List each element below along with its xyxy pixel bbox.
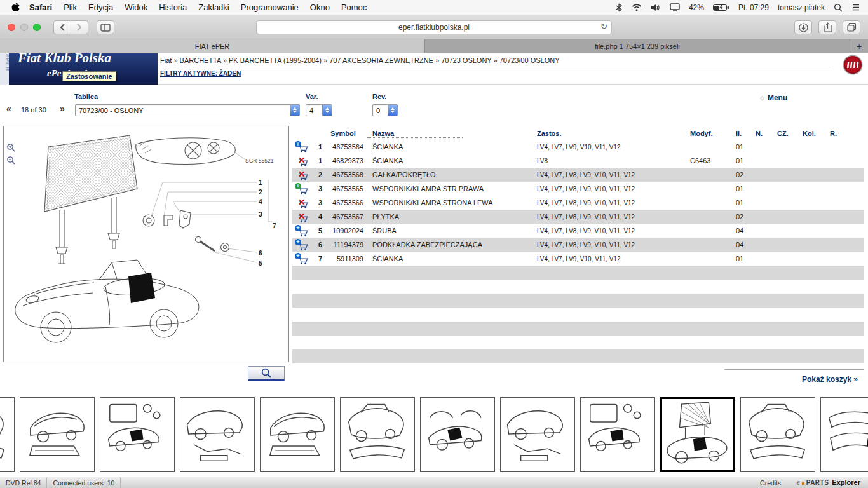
forward-button[interactable]	[71, 20, 88, 34]
part-symbol: 10902024	[329, 227, 367, 234]
breadcrumb[interactable]: Fiat » BARCHETTA » PK BARCHETTA (1995-20…	[160, 57, 831, 67]
display-icon[interactable]	[670, 3, 680, 11]
var-select[interactable]: 4	[306, 104, 332, 116]
page-thumbnail[interactable]	[260, 397, 335, 472]
wifi-icon[interactable]	[632, 3, 642, 11]
part-row[interactable]: ✕446753567PŁYTKALV4, LV7, LV8, LV9, V10,…	[292, 210, 864, 224]
apple-menu-icon[interactable]	[8, 3, 24, 12]
active-filters-link[interactable]: FILTRY AKTYWNE: ŻADEN	[160, 70, 241, 77]
menu-diamond-icon: ◇	[760, 95, 764, 101]
select-arrows-icon	[322, 105, 332, 116]
page-thumbnail[interactable]	[420, 397, 495, 472]
search-button[interactable]	[248, 366, 285, 381]
eparts-explorer-logo: e PARTS Explorer	[796, 478, 860, 487]
drawing-callout-label: 2	[259, 189, 262, 196]
zoom-out-icon[interactable]	[6, 156, 16, 165]
downloads-button[interactable]	[794, 20, 812, 34]
menubar-item-safari[interactable]: Safari	[24, 3, 58, 12]
page-thumbnail[interactable]	[500, 397, 575, 472]
part-drawing-panel[interactable]: SGR 55521 1243765	[3, 126, 289, 362]
spotlight-search-icon[interactable]	[834, 3, 843, 12]
drawing-callout-label: 1	[259, 179, 262, 186]
header-modyf[interactable]: Modyf.	[688, 130, 733, 137]
next-table-button[interactable]: »	[60, 104, 65, 114]
empty-row	[292, 294, 864, 308]
menubar-item-historia[interactable]: Historia	[153, 3, 193, 12]
window-zoom-button[interactable]	[33, 24, 41, 31]
menu-link[interactable]: ◇ Menu	[760, 93, 787, 102]
address-bar[interactable]: eper.fiatklubpolska.pl ↻	[256, 20, 612, 34]
header-nazwa[interactable]: Nazwa	[367, 130, 463, 138]
tab-title: FIAT ePER	[195, 43, 230, 50]
part-row[interactable]: ✕346753566WSPORNIK/KLAMRA STRONA LEWALV4…	[292, 196, 864, 210]
header-cz[interactable]: CZ.	[775, 130, 800, 137]
sidebar-toggle-button[interactable]	[97, 20, 114, 34]
part-row[interactable]: ✕146829873ŚCIANKALV8C646301	[292, 154, 864, 168]
show-cart-link[interactable]: Pokaż koszyk »	[802, 375, 858, 384]
reload-icon[interactable]: ↻	[600, 22, 607, 31]
page-thumbnail[interactable]	[0, 397, 15, 472]
header-kol[interactable]: Kol.	[800, 130, 827, 137]
rev-select[interactable]: 0	[372, 104, 398, 116]
part-row[interactable]: +146753564ŚCIANKALV4, LV7, LV9, V10, V11…	[292, 140, 864, 154]
bluetooth-icon[interactable]	[615, 3, 623, 13]
part-nazwa: GAŁKA/POKRĘTŁO	[367, 171, 534, 179]
battery-icon[interactable]	[713, 4, 729, 11]
share-button[interactable]	[818, 20, 836, 34]
macos-menubar: SafariPlikEdycjaWidokHistoriaZakładkiPro…	[0, 0, 868, 15]
new-tab-button[interactable]: +	[850, 39, 868, 53]
page-thumbnail[interactable]	[820, 397, 868, 472]
menubar-user[interactable]: tomasz piatek	[778, 3, 825, 12]
part-row[interactable]: +75911309ŚCIANKALV4, LV7, LV9, V10, V11,…	[292, 252, 864, 266]
page-thumbnail[interactable]	[580, 397, 655, 472]
header-r[interactable]: R.	[827, 130, 846, 137]
part-zastos: LV8	[534, 158, 688, 165]
tablica-label: Tablica	[74, 93, 98, 100]
tablica-select[interactable]: 70723/00 - OSŁONY	[75, 104, 300, 116]
header-zastos[interactable]: Zastos.	[534, 130, 688, 137]
part-row[interactable]: ✕246753568GAŁKA/POKRĘTŁOLV4, LV7, LV8, L…	[292, 168, 864, 182]
menubar-item-programowanie[interactable]: Programowanie	[235, 3, 304, 12]
header-il[interactable]: Il.	[733, 130, 753, 137]
part-zastos: LV4, LV7, LV8, LV9, V10, V11, V12	[534, 200, 688, 207]
part-row[interactable]: +346753565WSPORNIK/KLAMRA STR.PRAWALV4, …	[292, 182, 864, 196]
part-nazwa: PODKŁADKA ZABEZPIECZAJĄCA	[367, 241, 534, 248]
prev-table-button[interactable]: «	[6, 104, 11, 114]
volume-icon[interactable]	[651, 4, 661, 11]
header-symbol[interactable]: Symbol	[329, 130, 367, 137]
menubar-item-widok[interactable]: Widok	[119, 3, 153, 12]
window-close-button[interactable]	[8, 24, 15, 31]
menubar-clock[interactable]: Pt. 07:29	[738, 3, 769, 12]
menu-label: Menu	[768, 93, 787, 102]
thumbnail-strip	[0, 395, 868, 475]
rev-select-value: 0	[373, 107, 388, 114]
menubar-item-okno[interactable]: Okno	[304, 3, 336, 12]
page-thumbnail[interactable]	[740, 397, 815, 472]
page-thumbnail-selected[interactable]	[660, 397, 735, 472]
tab-overview-button[interactable]	[843, 20, 860, 34]
address-url: eper.fiatklubpolska.pl	[398, 23, 470, 32]
part-num: 7	[314, 255, 329, 262]
notification-center-icon[interactable]	[851, 3, 860, 11]
part-zastos: LV4, LV7, LV8, LV9, V10, V11, V12	[534, 227, 688, 234]
tab-title: file.php 1 754×1 239 pikseli	[595, 43, 680, 50]
part-symbol: 46753567	[329, 213, 367, 220]
header-n[interactable]: N.	[753, 130, 775, 137]
part-row[interactable]: +611194379PODKŁADKA ZABEZPIECZAJĄCALV4, …	[292, 238, 864, 252]
menubar-item-pomoc[interactable]: Pomoc	[336, 3, 372, 12]
menubar-item-edycja[interactable]: Edycja	[83, 3, 119, 12]
window-minimize-button[interactable]	[20, 24, 28, 31]
page-thumbnail[interactable]	[20, 397, 95, 472]
menubar-item-plik[interactable]: Plik	[58, 3, 83, 12]
part-row[interactable]: +510902024ŚRUBALV4, LV7, LV8, LV9, V10, …	[292, 224, 864, 238]
page-thumbnail[interactable]	[180, 397, 255, 472]
page-thumbnail[interactable]	[100, 397, 175, 472]
browser-tab-active[interactable]: FIAT ePER	[0, 39, 425, 53]
empty-row	[292, 336, 864, 349]
browser-tab[interactable]: file.php 1 754×1 239 pikseli	[425, 39, 850, 53]
back-button[interactable]	[53, 20, 71, 34]
page-thumbnail[interactable]	[340, 397, 415, 472]
credits-link[interactable]: Credits	[760, 479, 781, 487]
menubar-item-zakładki[interactable]: Zakładki	[193, 3, 234, 12]
zoom-in-icon[interactable]	[6, 143, 16, 152]
